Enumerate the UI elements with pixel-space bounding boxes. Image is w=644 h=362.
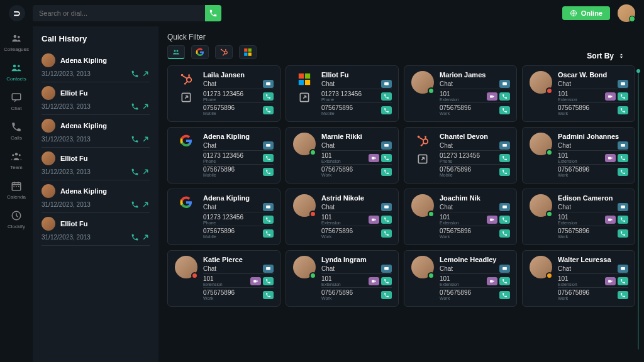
nav-contacts[interactable]: Contacts <box>0 60 33 84</box>
dial-button[interactable] <box>205 5 221 21</box>
msg-button[interactable] <box>263 141 274 150</box>
search-input[interactable] <box>33 5 205 21</box>
contact-card[interactable]: Elliot FuChat01273 123456Phone075675896M… <box>286 65 399 122</box>
phone-icon[interactable] <box>131 233 139 241</box>
filter-google-button[interactable] <box>191 45 209 59</box>
contact-card[interactable]: Joachim NikChat101Extension075675896Work <box>404 189 517 245</box>
call-button[interactable] <box>499 277 510 285</box>
history-item[interactable]: Adena Kipling31/12/2023, 2013 <box>42 115 150 148</box>
nav-calendar[interactable]: Calenda <box>0 178 33 202</box>
call-button[interactable] <box>618 277 628 285</box>
msg-button[interactable] <box>381 203 392 211</box>
phone-icon[interactable] <box>131 102 139 111</box>
call-button[interactable] <box>618 154 628 162</box>
call-button[interactable] <box>263 291 274 299</box>
contact-card[interactable]: Adena KiplingChat01273 123456Phone075675… <box>167 127 280 184</box>
contact-card[interactable]: Marnie RikkiChat101Extension075675896Wor… <box>286 127 399 184</box>
msg-button[interactable] <box>263 265 274 273</box>
msg-button[interactable] <box>618 265 628 273</box>
msg-button[interactable] <box>499 141 510 150</box>
filter-hubspot-button[interactable] <box>215 45 233 59</box>
call-button[interactable] <box>499 291 510 299</box>
nav-chat[interactable]: Chat <box>0 89 33 114</box>
msg-button[interactable] <box>618 80 628 88</box>
call-button[interactable] <box>499 168 510 176</box>
call-button[interactable] <box>499 92 510 101</box>
msg-button[interactable] <box>263 80 274 88</box>
call-button[interactable] <box>499 229 510 238</box>
vid-button[interactable] <box>605 92 616 101</box>
vid-button[interactable] <box>487 277 497 285</box>
call-button[interactable] <box>381 106 392 114</box>
contact-card[interactable]: Lemoine HeadleyChat101Extension075675896… <box>404 250 517 307</box>
call-button[interactable] <box>381 291 392 299</box>
vid-button[interactable] <box>605 277 616 285</box>
phone-icon[interactable] <box>131 200 139 209</box>
nav-colleagues[interactable]: Colleagues <box>0 30 33 55</box>
phone-icon[interactable] <box>131 135 139 143</box>
call-button[interactable] <box>499 216 510 224</box>
call-button[interactable] <box>618 168 628 176</box>
call-button[interactable] <box>499 106 510 114</box>
contact-card[interactable]: Chantel DevonChat01273 123456Phone075675… <box>404 127 517 184</box>
online-status-button[interactable]: Online <box>562 6 610 20</box>
filter-microsoft-button[interactable] <box>239 45 257 59</box>
call-button[interactable] <box>618 229 628 238</box>
call-button[interactable] <box>381 229 392 238</box>
external-link-icon[interactable] <box>180 91 192 105</box>
call-button[interactable] <box>381 277 392 285</box>
msg-button[interactable] <box>381 141 392 150</box>
call-button[interactable] <box>263 154 274 162</box>
contact-card[interactable]: Walter LeuressaChat101Extension075675896… <box>522 250 635 307</box>
msg-button[interactable] <box>618 203 628 211</box>
msg-button[interactable] <box>499 80 510 88</box>
call-button[interactable] <box>381 168 392 176</box>
call-button[interactable] <box>263 216 274 224</box>
vid-button[interactable] <box>605 154 616 162</box>
call-button[interactable] <box>381 92 392 101</box>
msg-button[interactable] <box>499 265 510 273</box>
scrollbar-thumb[interactable] <box>636 69 640 73</box>
call-button[interactable] <box>618 92 628 101</box>
vid-button[interactable] <box>487 92 497 101</box>
msg-button[interactable] <box>263 203 274 211</box>
call-button[interactable] <box>499 154 510 162</box>
msg-button[interactable] <box>381 265 392 273</box>
contact-card[interactable]: Lynda IngramChat101Extension075675896Wor… <box>286 250 399 307</box>
call-button[interactable] <box>263 106 274 114</box>
app-logo[interactable]: ⊃ <box>9 5 25 21</box>
call-button[interactable] <box>263 168 274 176</box>
vid-button[interactable] <box>369 216 379 224</box>
vid-button[interactable] <box>369 277 379 285</box>
external-link-icon[interactable] <box>416 153 429 167</box>
call-button[interactable] <box>381 154 392 162</box>
external-link-icon[interactable] <box>298 91 311 105</box>
msg-button[interactable] <box>381 80 392 88</box>
history-item[interactable]: Elliot Fu31/12/2023, 2013 <box>42 82 150 115</box>
contact-card[interactable]: Oscar W. BondChat101Extension075675896Wo… <box>522 65 635 122</box>
nav-clockify[interactable]: Clockify <box>0 207 33 232</box>
filter-people-button[interactable] <box>167 45 185 59</box>
vid-button[interactable] <box>487 216 497 224</box>
contact-card[interactable]: Laila JansenChat01273 123456Phone0756758… <box>167 65 280 122</box>
vid-button[interactable] <box>369 154 379 162</box>
call-button[interactable] <box>263 229 274 238</box>
contact-card[interactable]: Astrid NikoleChat101Extension075675896Wo… <box>286 189 399 245</box>
call-button[interactable] <box>618 216 628 224</box>
vid-button[interactable] <box>250 277 261 285</box>
msg-button[interactable] <box>499 203 510 211</box>
phone-icon[interactable] <box>131 168 139 176</box>
contact-card[interactable]: Padmini JohannesChat101Extension07567589… <box>522 127 635 184</box>
nav-team[interactable]: Team <box>0 148 33 173</box>
call-button[interactable] <box>263 277 274 285</box>
history-item[interactable]: Adena Kipling31/12/2023, 2013 <box>42 50 150 82</box>
msg-button[interactable] <box>618 141 628 150</box>
nav-calls[interactable]: Calls <box>0 119 33 143</box>
history-item[interactable]: Elliot Fu31/12/2023, 2013 <box>42 148 150 180</box>
call-button[interactable] <box>381 216 392 224</box>
contact-card[interactable]: Adena KiplingChat01273 123456Phone075675… <box>167 189 280 245</box>
vid-button[interactable] <box>605 216 616 224</box>
phone-icon[interactable] <box>131 70 139 78</box>
history-item[interactable]: Elliot Fu31/12/2023, 2013 <box>42 213 150 246</box>
scrollbar-track[interactable] <box>638 69 639 349</box>
